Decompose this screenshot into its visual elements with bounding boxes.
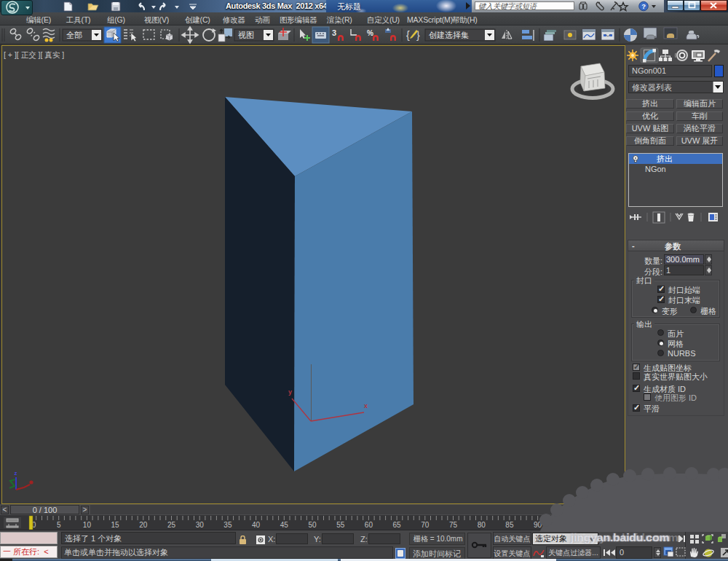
svg-text:70: 70: [421, 521, 430, 529]
svg-text:创建选择集: 创建选择集: [429, 31, 469, 39]
svg-text:40: 40: [252, 521, 261, 529]
svg-text:85: 85: [505, 521, 514, 529]
svg-text:{: {: [406, 29, 410, 41]
svg-text:y: y: [288, 388, 292, 396]
svg-text:80: 80: [478, 521, 486, 529]
svg-text:15: 15: [111, 521, 120, 529]
svg-text:65: 65: [393, 521, 402, 529]
svg-text:%: %: [367, 29, 373, 37]
svg-text:60: 60: [365, 521, 373, 529]
svg-text:全部: 全部: [66, 31, 82, 39]
svg-text:25: 25: [167, 521, 176, 529]
svg-text:z: z: [15, 470, 17, 476]
svg-text:50: 50: [308, 521, 317, 529]
svg-text:45: 45: [280, 521, 289, 529]
svg-text:5: 5: [57, 521, 61, 529]
svg-text:10: 10: [83, 521, 92, 529]
svg-text:3: 3: [332, 28, 336, 37]
svg-text:55: 55: [336, 521, 345, 529]
svg-text:视图: 视图: [238, 31, 254, 39]
svg-text:20: 20: [139, 521, 148, 529]
svg-text:75: 75: [449, 521, 458, 529]
svg-text:90: 90: [534, 521, 542, 529]
svg-text:30: 30: [196, 521, 205, 529]
svg-text:?: ?: [641, 2, 646, 10]
svg-text:35: 35: [223, 521, 232, 529]
svg-text:x: x: [364, 402, 368, 409]
